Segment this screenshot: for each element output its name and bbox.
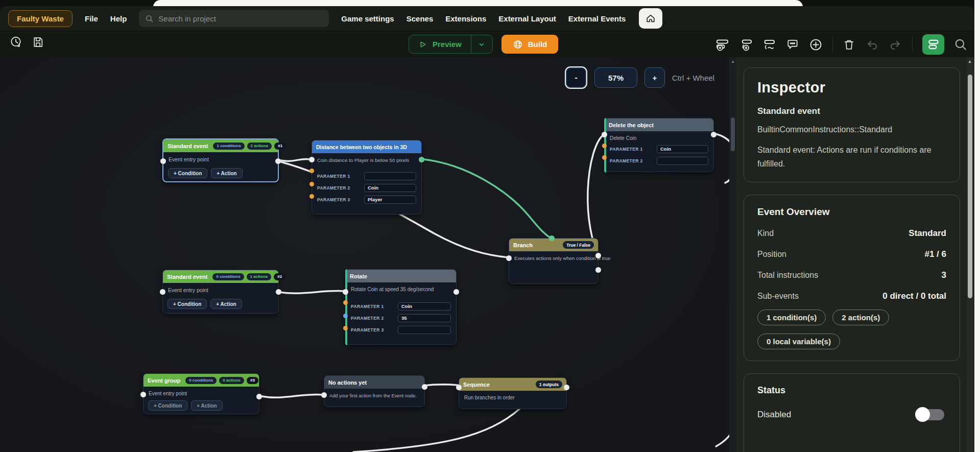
node-no-actions-placeholder[interactable]: No actions yet Add your first action fro… xyxy=(324,375,425,407)
redo-button[interactable] xyxy=(889,38,902,52)
nav-external-events[interactable]: External Events xyxy=(568,14,626,23)
param-port[interactable] xyxy=(602,155,607,160)
row-label: Kind xyxy=(757,229,774,238)
param-label: PARAMETER 2 xyxy=(610,158,653,163)
param-input[interactable] xyxy=(398,302,451,311)
node-standard-event-2[interactable]: Standard event 0 conditions 1 actions #2… xyxy=(162,270,279,314)
build-button[interactable]: Build xyxy=(501,35,559,54)
output-port[interactable] xyxy=(564,385,569,390)
output-port[interactable] xyxy=(453,289,459,295)
nav-game-settings[interactable]: Game settings xyxy=(341,14,394,23)
search-events-button[interactable] xyxy=(954,38,967,51)
search-input[interactable] xyxy=(158,14,323,23)
output-port[interactable] xyxy=(276,289,281,295)
overview-row: Kind Standard xyxy=(757,228,946,239)
input-port[interactable] xyxy=(321,392,327,398)
false-output-port[interactable] xyxy=(595,267,601,273)
param-input[interactable] xyxy=(364,184,416,192)
preview-options-button[interactable] xyxy=(471,35,492,53)
condition-port-connected[interactable] xyxy=(549,235,555,241)
zoom-in-button[interactable]: + xyxy=(644,67,665,88)
input-port[interactable] xyxy=(602,132,607,137)
param-input[interactable] xyxy=(364,172,416,180)
true-output-port[interactable] xyxy=(595,253,601,258)
overview-row: Sub-events 0 direct / 0 total xyxy=(757,291,946,301)
history-button[interactable] xyxy=(9,35,22,49)
param-port[interactable] xyxy=(343,314,348,318)
param-input[interactable] xyxy=(364,196,416,204)
param-port[interactable] xyxy=(309,169,314,173)
add-subevent-icon xyxy=(739,38,753,52)
inspector-scrollbar-thumb[interactable] xyxy=(968,75,972,298)
param-input[interactable] xyxy=(398,326,451,334)
menu-file[interactable]: File xyxy=(85,14,98,23)
canvas-scrollbar[interactable]: ▲ xyxy=(729,57,736,452)
add-condition-button[interactable]: + Condition xyxy=(168,168,207,178)
input-port[interactable] xyxy=(506,255,512,261)
add-action-button[interactable]: + Action xyxy=(211,168,242,178)
param-input[interactable] xyxy=(657,157,708,165)
project-search[interactable] xyxy=(139,10,329,27)
param-port[interactable] xyxy=(343,326,348,330)
param-port[interactable] xyxy=(602,144,607,148)
menu-help[interactable]: Help xyxy=(110,14,127,23)
output-port[interactable] xyxy=(275,158,281,164)
node-branch[interactable]: Branch True / False Executes actions onl… xyxy=(509,238,599,284)
app-window: Faulty Waste File Help Game settings Sce… xyxy=(0,6,974,452)
preview-button[interactable]: Preview xyxy=(409,35,471,53)
output-port[interactable] xyxy=(711,132,716,137)
row-value: 3 xyxy=(942,270,946,280)
input-port[interactable] xyxy=(160,289,165,295)
output-port[interactable] xyxy=(422,384,427,390)
param-input[interactable] xyxy=(398,314,451,322)
events-sheet-view-toggle[interactable] xyxy=(922,34,944,55)
zoom-out-button[interactable]: - xyxy=(565,66,587,89)
node-rotate[interactable]: Rotate Rotate Coin at speed 35 deg/secon… xyxy=(345,269,457,345)
param-label: PARAMETER 2 xyxy=(351,316,394,321)
node-sequence[interactable]: Sequence 1 outputs Run branches in order xyxy=(459,377,567,409)
param-port[interactable] xyxy=(309,182,314,186)
zoom-hint: Ctrl + Wheel xyxy=(672,74,714,82)
node-delete-object[interactable]: Delete the object Delete Coin PARAMETER … xyxy=(604,118,714,172)
add-event-button[interactable] xyxy=(715,38,729,52)
output-port-connected[interactable] xyxy=(419,157,424,162)
input-port[interactable] xyxy=(343,289,348,295)
delete-button[interactable] xyxy=(843,38,855,51)
nav-scenes[interactable]: Scenes xyxy=(407,14,434,23)
scroll-up-icon[interactable]: ▲ xyxy=(968,59,972,64)
comment-button[interactable] xyxy=(786,38,799,51)
action-summary: Rotate Coin at speed 35 deg/second xyxy=(346,282,456,294)
canvas-scrollbar-thumb[interactable] xyxy=(731,117,735,151)
node-standard-event-1[interactable]: Standard event 1 conditions 2 actions #1… xyxy=(162,138,279,182)
nav-extensions[interactable]: Extensions xyxy=(445,14,486,23)
param-input[interactable] xyxy=(657,145,708,153)
add-node-button[interactable] xyxy=(809,38,823,52)
output-port[interactable] xyxy=(256,394,262,399)
add-condition-button[interactable]: + Condition xyxy=(168,299,207,309)
node-distance-condition[interactable]: Distance between two objects in 3D Coin … xyxy=(312,140,422,215)
node-event-group[interactable]: Event group 0 conditions 0 actions #3 Ev… xyxy=(143,373,259,414)
add-condition-button[interactable]: + Condition xyxy=(148,400,187,411)
inspector-scrollbar[interactable]: ▲ xyxy=(967,57,973,452)
undo-button[interactable] xyxy=(865,38,879,52)
node-title: Standard event xyxy=(168,143,208,149)
add-action-button[interactable]: + Action xyxy=(191,400,222,411)
nav-external-layout[interactable]: External Layout xyxy=(498,14,556,23)
zoom-level[interactable]: 57% xyxy=(594,67,637,88)
input-port[interactable] xyxy=(160,158,166,164)
disabled-toggle[interactable] xyxy=(917,409,944,420)
input-port[interactable] xyxy=(309,157,315,162)
save-button[interactable] xyxy=(32,36,44,49)
event-links-button[interactable] xyxy=(762,38,776,52)
add-action-button[interactable]: + Action xyxy=(210,299,242,309)
events-node-canvas[interactable]: - 57% + Ctrl + Wheel Standard event 1 co… xyxy=(0,57,736,452)
param-port[interactable] xyxy=(343,300,348,305)
input-port[interactable] xyxy=(140,392,146,397)
param-port[interactable] xyxy=(309,194,314,199)
param-label: PARAMETER 1 xyxy=(610,147,653,152)
scroll-up-icon[interactable]: ▲ xyxy=(731,59,735,64)
home-button[interactable] xyxy=(639,8,662,29)
input-port[interactable] xyxy=(456,385,462,390)
add-subevent-button[interactable] xyxy=(739,38,753,52)
project-name-button[interactable]: Faulty Waste xyxy=(8,10,73,27)
